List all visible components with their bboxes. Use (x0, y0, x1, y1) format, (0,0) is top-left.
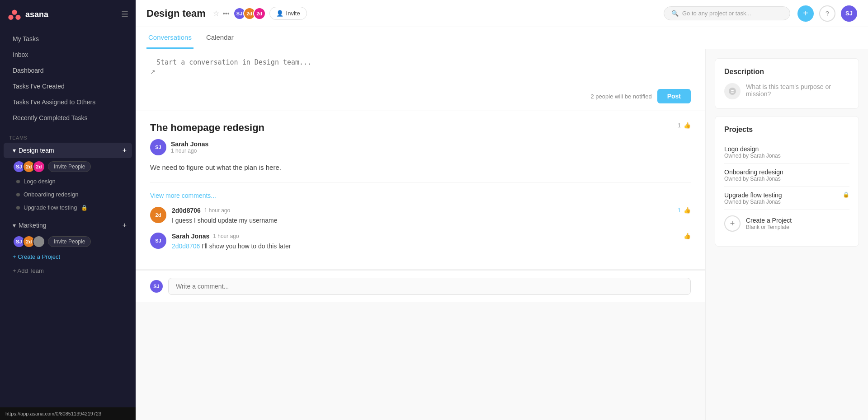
design-team-add-icon[interactable]: + (123, 146, 127, 154)
comment-2-content: Sarah Jonas 1 hour ago 👍 2d0d8706 I'll s… (172, 233, 691, 251)
marketing-team-add-icon[interactable]: + (123, 221, 127, 229)
tab-calendar[interactable]: Calendar (204, 27, 236, 49)
rs-onboarding-redesign-name: Onboarding redesign (724, 168, 849, 176)
design-team-invite-button[interactable]: Invite People (48, 161, 91, 172)
rs-project-logo-design[interactable]: Logo design Owned by Sarah Jonas (724, 141, 849, 164)
avatar-2d-pink-design: 2d (33, 160, 45, 173)
add-team-link[interactable]: + Add Team (4, 264, 132, 278)
content-area: ↗ 2 people will be notified Post The hom… (136, 49, 868, 420)
logo-text: asana (25, 10, 48, 19)
marketing-team-label: Marketing (19, 222, 46, 229)
conversation-divider (150, 182, 691, 182)
svg-point-3 (729, 88, 736, 95)
team-design-team-header[interactable]: ▾ Design team + (4, 143, 132, 158)
comment-1: 2d 2d0d8706 1 hour ago 1 👍 (150, 207, 691, 225)
comment-input[interactable] (168, 278, 691, 295)
lock-icon-upgrade: 🔒 (81, 205, 88, 211)
author-info: Sarah Jonas 1 hour ago (171, 140, 208, 154)
help-button[interactable]: ? (819, 5, 835, 22)
create-project-button[interactable]: + Create a Project Blank or Template (724, 210, 849, 237)
svg-rect-4 (731, 90, 734, 91)
header-avatar-2d-pink: 2d (253, 7, 266, 20)
sidebar-item-my-tasks[interactable]: My Tasks (4, 31, 132, 47)
sidebar-project-logo-design[interactable]: Logo design (4, 175, 132, 188)
onboarding-redesign-label: Onboarding redesign (24, 191, 78, 198)
url-bar: https://app.asana.com/0/808511394219723 (0, 407, 136, 420)
sidebar-collapse-button[interactable]: ☰ (121, 9, 128, 19)
main-content: Design team ☆ ••• SJ 2d 2d 👤 Invite 🔍 Go… (136, 0, 868, 420)
star-button[interactable]: ☆ (213, 9, 219, 18)
design-team-members-row: SJ 2d 2d Invite People (4, 159, 132, 175)
comment-2: SJ Sarah Jonas 1 hour ago 👍 (150, 233, 691, 251)
team-design-header-right: + (123, 146, 127, 154)
marketing-team-avatars: SJ 2d (13, 235, 45, 248)
comment-1-header: 2d0d8706 1 hour ago 1 👍 (172, 207, 691, 214)
main-feed: ↗ 2 people will be notified Post The hom… (136, 49, 705, 420)
comment-2-header: Sarah Jonas 1 hour ago 👍 (172, 233, 691, 240)
compose-input[interactable] (156, 58, 691, 85)
comment-2-avatar: SJ (150, 233, 166, 249)
svg-point-2 (15, 15, 20, 20)
more-button[interactable]: ••• (223, 10, 230, 17)
comment-1-author: 2d0d8706 (172, 207, 201, 214)
projects-section: Projects Logo design Owned by Sarah Jona… (715, 116, 859, 247)
conversation-header: The homepage redesign 1 👍 (150, 122, 691, 134)
header-actions: ☆ ••• SJ 2d 2d 👤 Invite (213, 7, 307, 20)
add-button[interactable]: + (797, 5, 814, 22)
team-marketing-header[interactable]: ▾ Marketing + (4, 218, 132, 233)
svg-rect-5 (731, 92, 734, 93)
sidebar-item-dashboard[interactable]: Dashboard (4, 63, 132, 78)
description-icon (724, 83, 741, 99)
design-team-chevron-icon: ▾ (13, 147, 16, 154)
rs-project-onboarding-redesign[interactable]: Onboarding redesign Owned by Sarah Jonas (724, 164, 849, 187)
avatar-gray-marketing (33, 235, 45, 248)
invite-icon: 👤 (276, 10, 283, 17)
create-project-text: Create a Project Blank or Template (746, 217, 792, 230)
user-avatar-header[interactable]: SJ (841, 5, 857, 22)
description-section: Description What is this team's purpose … (715, 58, 859, 109)
cursor-area: ↗ (150, 58, 691, 85)
conversation-body: We need to figure out what the plan is h… (150, 163, 691, 173)
top-header: Design team ☆ ••• SJ 2d 2d 👤 Invite 🔍 Go… (136, 0, 868, 27)
team-marketing-header-left: ▾ Marketing (13, 222, 46, 229)
conversation-title: The homepage redesign (150, 122, 264, 134)
create-project-link[interactable]: + Create a Project (4, 250, 132, 264)
notified-text: 2 people will be notified (591, 93, 652, 100)
rs-onboarding-redesign-owner: Owned by Sarah Jonas (724, 176, 849, 182)
comment-input-avatar: SJ (150, 280, 163, 293)
sidebar-item-recently-completed[interactable]: Recently Completed Tasks (4, 110, 132, 126)
comment-1-like-button[interactable]: 1 👍 (678, 207, 691, 214)
sidebar-item-inbox[interactable]: Inbox (4, 47, 132, 62)
conv-like-button[interactable]: 1 👍 (678, 122, 691, 129)
marketing-team-invite-button[interactable]: Invite People (48, 236, 91, 247)
sidebar-project-onboarding-redesign[interactable]: Onboarding redesign (4, 188, 132, 201)
invite-team-button[interactable]: 👤 Invite (269, 7, 307, 20)
search-bar[interactable]: 🔍 Go to any project or task... (664, 6, 790, 20)
search-placeholder: Go to any project or task... (682, 10, 751, 17)
inbox-label: Inbox (13, 51, 28, 58)
project-dot-upgrade (16, 206, 20, 210)
svg-point-1 (8, 15, 13, 20)
create-project-label: Create a Project (746, 217, 792, 224)
description-placeholder-text[interactable]: What is this team's purpose or mission? (746, 83, 849, 98)
post-button[interactable]: Post (657, 89, 691, 103)
comment-2-linked-user[interactable]: 2d0d8706 (172, 243, 200, 250)
comment-2-author-row: Sarah Jonas 1 hour ago (172, 233, 239, 240)
sidebar-nav: My Tasks Inbox Dashboard Tasks I've Crea… (0, 27, 136, 130)
tasks-created-label: Tasks I've Created (13, 83, 65, 90)
sidebar-item-tasks-created[interactable]: Tasks I've Created (4, 79, 132, 94)
sidebar-project-upgrade-flow-testing[interactable]: Upgrade flow testing 🔒 (4, 201, 132, 214)
design-team-label: Design team (19, 147, 54, 154)
sidebar-header: asana ☰ (0, 0, 136, 27)
tab-conversations[interactable]: Conversations (146, 27, 193, 49)
comment-2-body: I'll show you how to do this later (202, 243, 291, 250)
view-more-link[interactable]: View more comments... (150, 192, 216, 199)
comment-2-time: 1 hour ago (213, 233, 239, 239)
comment-2-text: 2d0d8706 I'll show you how to do this la… (172, 242, 691, 251)
rs-project-upgrade-flow-testing[interactable]: Upgrade flow testing Owned by Sarah Jona… (724, 187, 849, 210)
description-placeholder: What is this team's purpose or mission? (724, 83, 849, 99)
sidebar-item-tasks-assigned[interactable]: Tasks I've Assigned to Others (4, 94, 132, 110)
logo-design-label: Logo design (24, 178, 56, 185)
comment-2-like-button[interactable]: 👍 (684, 233, 691, 239)
comment-1-content: 2d0d8706 1 hour ago 1 👍 I guess I should… (172, 207, 691, 225)
